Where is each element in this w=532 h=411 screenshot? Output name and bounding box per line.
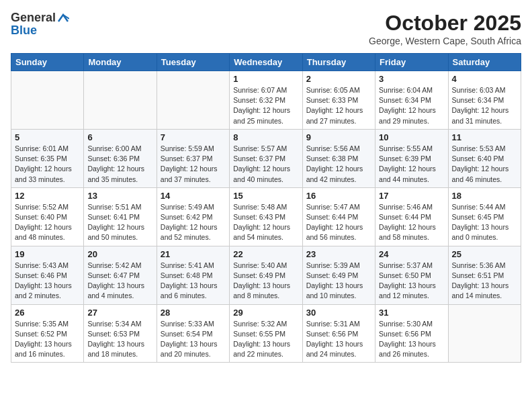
day-info: Sunrise: 5:55 AM Sunset: 6:39 PM Dayligh… [379,144,444,185]
day-info: Sunrise: 5:37 AM Sunset: 6:50 PM Dayligh… [379,261,444,302]
calendar-cell: 28Sunrise: 5:33 AM Sunset: 6:54 PM Dayli… [157,304,229,363]
week-row-2: 5Sunrise: 6:01 AM Sunset: 6:35 PM Daylig… [11,129,521,187]
calendar-cell: 29Sunrise: 5:32 AM Sunset: 6:55 PM Dayli… [230,304,302,363]
day-info: Sunrise: 5:51 AM Sunset: 6:41 PM Dayligh… [87,202,152,243]
day-info: Sunrise: 5:56 AM Sunset: 6:38 PM Dayligh… [306,144,371,185]
calendar-cell: 4Sunrise: 6:03 AM Sunset: 6:34 PM Daylig… [448,71,521,130]
calendar-cell: 10Sunrise: 5:55 AM Sunset: 6:39 PM Dayli… [375,129,448,187]
weekday-header-tuesday: Tuesday [157,54,229,71]
day-number: 17 [379,191,444,201]
day-number: 5 [15,132,80,142]
day-info: Sunrise: 5:48 AM Sunset: 6:43 PM Dayligh… [233,202,298,243]
calendar-cell [84,71,157,130]
day-info: Sunrise: 5:46 AM Sunset: 6:44 PM Dayligh… [379,202,444,243]
calendar-cell: 5Sunrise: 6:01 AM Sunset: 6:35 PM Daylig… [11,129,84,187]
day-info: Sunrise: 5:30 AM Sunset: 6:56 PM Dayligh… [379,319,444,360]
day-number: 28 [161,308,226,318]
calendar-cell: 7Sunrise: 5:59 AM Sunset: 6:37 PM Daylig… [157,129,229,187]
calendar-cell: 8Sunrise: 5:57 AM Sunset: 6:37 PM Daylig… [230,129,302,187]
calendar-cell: 26Sunrise: 5:35 AM Sunset: 6:52 PM Dayli… [11,304,84,363]
day-number: 12 [15,191,80,201]
day-number: 9 [306,132,371,142]
calendar-cell [11,71,84,130]
calendar-cell: 9Sunrise: 5:56 AM Sunset: 6:38 PM Daylig… [302,129,375,187]
day-info: Sunrise: 5:35 AM Sunset: 6:52 PM Dayligh… [15,319,80,360]
day-number: 14 [161,191,226,201]
logo: General Blue [11,11,69,38]
week-row-4: 19Sunrise: 5:43 AM Sunset: 6:46 PM Dayli… [11,246,521,304]
day-info: Sunrise: 5:52 AM Sunset: 6:40 PM Dayligh… [15,202,80,243]
day-number: 20 [87,249,152,259]
weekday-header-sunday: Sunday [11,54,84,71]
title-section: October 2025 George, Western Cape, South… [369,11,521,46]
day-number: 19 [15,249,80,259]
calendar-cell: 20Sunrise: 5:42 AM Sunset: 6:47 PM Dayli… [84,246,157,304]
day-info: Sunrise: 5:47 AM Sunset: 6:44 PM Dayligh… [306,202,371,243]
day-info: Sunrise: 5:39 AM Sunset: 6:49 PM Dayligh… [306,261,371,302]
weekday-header-wednesday: Wednesday [230,54,302,71]
calendar-cell: 22Sunrise: 5:40 AM Sunset: 6:49 PM Dayli… [230,246,302,304]
calendar-cell: 13Sunrise: 5:51 AM Sunset: 6:41 PM Dayli… [84,187,157,246]
calendar-cell: 3Sunrise: 6:04 AM Sunset: 6:34 PM Daylig… [375,71,448,130]
day-number: 8 [233,132,298,142]
day-info: Sunrise: 5:49 AM Sunset: 6:42 PM Dayligh… [161,202,226,243]
calendar-cell: 14Sunrise: 5:49 AM Sunset: 6:42 PM Dayli… [157,187,229,246]
day-number: 27 [87,308,152,318]
day-number: 10 [379,132,444,142]
day-number: 2 [306,74,371,84]
weekday-header-row: SundayMondayTuesdayWednesdayThursdayFrid… [11,54,521,71]
calendar-cell: 25Sunrise: 5:36 AM Sunset: 6:51 PM Dayli… [448,246,521,304]
day-number: 30 [306,308,371,318]
day-number: 16 [306,191,371,201]
day-info: Sunrise: 6:07 AM Sunset: 6:32 PM Dayligh… [233,85,298,126]
day-number: 4 [452,74,517,84]
calendar-cell: 23Sunrise: 5:39 AM Sunset: 6:49 PM Dayli… [302,246,375,304]
calendar-cell: 15Sunrise: 5:48 AM Sunset: 6:43 PM Dayli… [230,187,302,246]
day-number: 18 [452,191,517,201]
weekday-header-saturday: Saturday [448,54,521,71]
calendar-cell: 31Sunrise: 5:30 AM Sunset: 6:56 PM Dayli… [375,304,448,363]
calendar-cell: 24Sunrise: 5:37 AM Sunset: 6:50 PM Dayli… [375,246,448,304]
day-number: 24 [379,249,444,259]
month-title: October 2025 [369,11,521,36]
day-number: 22 [233,249,298,259]
day-number: 7 [161,132,226,142]
day-info: Sunrise: 5:33 AM Sunset: 6:54 PM Dayligh… [161,319,226,360]
day-info: Sunrise: 6:03 AM Sunset: 6:34 PM Dayligh… [452,85,517,126]
calendar-cell: 11Sunrise: 5:53 AM Sunset: 6:40 PM Dayli… [448,129,521,187]
day-info: Sunrise: 5:57 AM Sunset: 6:37 PM Dayligh… [233,144,298,185]
week-row-5: 26Sunrise: 5:35 AM Sunset: 6:52 PM Dayli… [11,304,521,363]
calendar-cell: 21Sunrise: 5:41 AM Sunset: 6:48 PM Dayli… [157,246,229,304]
day-number: 21 [161,249,226,259]
day-number: 13 [87,191,152,201]
calendar-cell: 30Sunrise: 5:31 AM Sunset: 6:56 PM Dayli… [302,304,375,363]
calendar-table: SundayMondayTuesdayWednesdayThursdayFrid… [11,53,521,363]
location-subtitle: George, Western Cape, South Africa [369,36,521,46]
page-header: General Blue October 2025 George, Wester… [11,11,521,46]
calendar-cell: 18Sunrise: 5:44 AM Sunset: 6:45 PM Dayli… [448,187,521,246]
day-info: Sunrise: 5:31 AM Sunset: 6:56 PM Dayligh… [306,319,371,360]
day-info: Sunrise: 5:42 AM Sunset: 6:47 PM Dayligh… [87,261,152,302]
day-info: Sunrise: 5:53 AM Sunset: 6:40 PM Dayligh… [452,144,517,185]
calendar-cell: 19Sunrise: 5:43 AM Sunset: 6:46 PM Dayli… [11,246,84,304]
logo-icon [57,13,69,23]
calendar-cell: 12Sunrise: 5:52 AM Sunset: 6:40 PM Dayli… [11,187,84,246]
calendar-cell [448,304,521,363]
calendar-cell: 6Sunrise: 6:00 AM Sunset: 6:36 PM Daylig… [84,129,157,187]
day-number: 31 [379,308,444,318]
weekday-header-friday: Friday [375,54,448,71]
day-info: Sunrise: 5:41 AM Sunset: 6:48 PM Dayligh… [161,261,226,302]
day-info: Sunrise: 6:05 AM Sunset: 6:33 PM Dayligh… [306,85,371,126]
calendar-cell: 16Sunrise: 5:47 AM Sunset: 6:44 PM Dayli… [302,187,375,246]
day-number: 25 [452,249,517,259]
logo-blue-text: Blue [11,24,69,38]
calendar-cell [157,71,229,130]
day-number: 1 [233,74,298,84]
day-number: 3 [379,74,444,84]
day-number: 23 [306,249,371,259]
weekday-header-monday: Monday [84,54,157,71]
day-number: 29 [233,308,298,318]
week-row-3: 12Sunrise: 5:52 AM Sunset: 6:40 PM Dayli… [11,187,521,246]
calendar-cell: 2Sunrise: 6:05 AM Sunset: 6:33 PM Daylig… [302,71,375,130]
day-number: 6 [87,132,152,142]
